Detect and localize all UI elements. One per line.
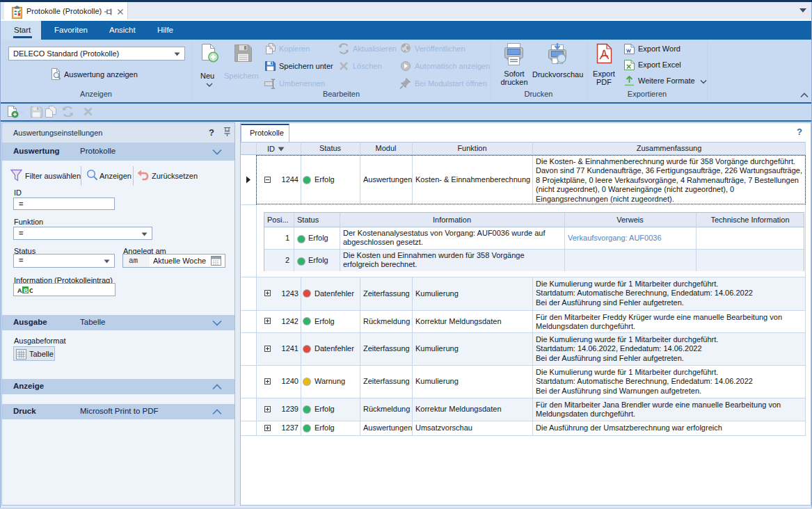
svg-text:B: B	[24, 287, 28, 294]
svg-text:C: C	[29, 287, 33, 294]
svg-text:A: A	[17, 287, 22, 294]
